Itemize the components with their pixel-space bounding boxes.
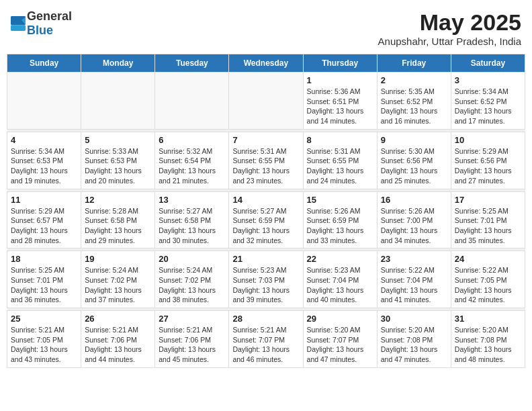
calendar-cell: 23Sunrise: 5:22 AM Sunset: 7:04 PM Dayli… <box>377 251 451 308</box>
weekday-header-thursday: Thursday <box>303 54 377 73</box>
day-info: Sunrise: 5:22 AM Sunset: 7:04 PM Dayligh… <box>381 265 447 305</box>
calendar-cell <box>155 73 229 130</box>
day-info: Sunrise: 5:34 AM Sunset: 6:52 PM Dayligh… <box>455 87 521 126</box>
logo: General Blue <box>11 9 72 38</box>
day-info: Sunrise: 5:22 AM Sunset: 7:05 PM Dayligh… <box>455 265 521 305</box>
day-info: Sunrise: 5:35 AM Sunset: 6:52 PM Dayligh… <box>381 87 447 126</box>
calendar-cell: 19Sunrise: 5:24 AM Sunset: 7:02 PM Dayli… <box>81 251 155 308</box>
calendar-cell: 18Sunrise: 5:25 AM Sunset: 7:01 PM Dayli… <box>7 251 81 308</box>
day-number: 23 <box>381 254 447 264</box>
day-info: Sunrise: 5:21 AM Sunset: 7:05 PM Dayligh… <box>11 325 77 365</box>
calendar-cell: 31Sunrise: 5:20 AM Sunset: 7:08 PM Dayli… <box>451 311 525 368</box>
day-info: Sunrise: 5:27 AM Sunset: 6:59 PM Dayligh… <box>232 206 299 246</box>
calendar-cell: 6Sunrise: 5:32 AM Sunset: 6:54 PM Daylig… <box>155 132 229 189</box>
calendar-cell <box>81 73 155 130</box>
day-number: 10 <box>455 135 521 145</box>
week-row-2: 4Sunrise: 5:34 AM Sunset: 6:53 PM Daylig… <box>7 132 525 189</box>
day-info: Sunrise: 5:26 AM Sunset: 6:59 PM Dayligh… <box>307 206 373 246</box>
day-number: 22 <box>307 254 373 264</box>
calendar-cell: 9Sunrise: 5:30 AM Sunset: 6:56 PM Daylig… <box>377 132 451 189</box>
day-info: Sunrise: 5:20 AM Sunset: 7:08 PM Dayligh… <box>455 325 521 365</box>
calendar-cell: 16Sunrise: 5:26 AM Sunset: 7:00 PM Dayli… <box>377 191 451 248</box>
weekday-header-wednesday: Wednesday <box>229 54 303 73</box>
calendar-cell: 7Sunrise: 5:31 AM Sunset: 6:55 PM Daylig… <box>229 132 303 189</box>
day-info: Sunrise: 5:33 AM Sunset: 6:53 PM Dayligh… <box>85 146 151 186</box>
week-row-4: 18Sunrise: 5:25 AM Sunset: 7:01 PM Dayli… <box>7 251 525 308</box>
weekday-header-row: SundayMondayTuesdayWednesdayThursdayFrid… <box>7 54 525 73</box>
location-subtitle: Anupshahr, Uttar Pradesh, India <box>378 36 521 47</box>
day-info: Sunrise: 5:27 AM Sunset: 6:58 PM Dayligh… <box>159 206 225 246</box>
weekday-header-friday: Friday <box>377 54 451 73</box>
day-info: Sunrise: 5:34 AM Sunset: 6:53 PM Dayligh… <box>11 146 77 186</box>
calendar-cell: 29Sunrise: 5:20 AM Sunset: 7:07 PM Dayli… <box>303 311 377 368</box>
day-number: 14 <box>232 195 299 205</box>
week-row-5: 25Sunrise: 5:21 AM Sunset: 7:05 PM Dayli… <box>7 311 525 368</box>
day-info: Sunrise: 5:21 AM Sunset: 7:06 PM Dayligh… <box>159 325 225 365</box>
calendar-cell: 14Sunrise: 5:27 AM Sunset: 6:59 PM Dayli… <box>229 191 303 248</box>
day-number: 19 <box>85 254 151 264</box>
title-block: May 2025 Anupshahr, Uttar Pradesh, India <box>378 9 521 47</box>
page-header: General Blue May 2025 Anupshahr, Uttar P… <box>7 7 525 50</box>
day-number: 7 <box>232 135 299 145</box>
calendar-cell: 21Sunrise: 5:23 AM Sunset: 7:03 PM Dayli… <box>229 251 303 308</box>
calendar-table: SundayMondayTuesdayWednesdayThursdayFrid… <box>7 54 525 368</box>
day-info: Sunrise: 5:25 AM Sunset: 7:01 PM Dayligh… <box>11 265 77 305</box>
calendar-cell: 11Sunrise: 5:29 AM Sunset: 6:57 PM Dayli… <box>7 191 81 248</box>
day-number: 29 <box>307 314 373 324</box>
calendar-cell: 27Sunrise: 5:21 AM Sunset: 7:06 PM Dayli… <box>155 311 229 368</box>
week-row-1: 1Sunrise: 5:36 AM Sunset: 6:51 PM Daylig… <box>7 73 525 130</box>
weekday-header-monday: Monday <box>81 54 155 73</box>
day-info: Sunrise: 5:28 AM Sunset: 6:58 PM Dayligh… <box>85 206 151 246</box>
day-number: 9 <box>381 135 447 145</box>
calendar-cell: 30Sunrise: 5:20 AM Sunset: 7:08 PM Dayli… <box>377 311 451 368</box>
day-number: 31 <box>455 314 521 324</box>
day-info: Sunrise: 5:23 AM Sunset: 7:04 PM Dayligh… <box>307 265 373 305</box>
day-info: Sunrise: 5:25 AM Sunset: 7:01 PM Dayligh… <box>455 206 521 246</box>
day-number: 27 <box>159 314 225 324</box>
day-info: Sunrise: 5:24 AM Sunset: 7:02 PM Dayligh… <box>159 265 225 305</box>
calendar-cell: 3Sunrise: 5:34 AM Sunset: 6:52 PM Daylig… <box>451 73 525 130</box>
calendar-cell: 28Sunrise: 5:21 AM Sunset: 7:07 PM Dayli… <box>229 311 303 368</box>
day-number: 21 <box>232 254 299 264</box>
calendar-cell: 8Sunrise: 5:31 AM Sunset: 6:55 PM Daylig… <box>303 132 377 189</box>
day-number: 12 <box>85 195 151 205</box>
calendar-cell: 25Sunrise: 5:21 AM Sunset: 7:05 PM Dayli… <box>7 311 81 368</box>
day-number: 18 <box>11 254 77 264</box>
day-info: Sunrise: 5:29 AM Sunset: 6:56 PM Dayligh… <box>455 146 521 186</box>
day-number: 17 <box>455 195 521 205</box>
day-info: Sunrise: 5:21 AM Sunset: 7:06 PM Dayligh… <box>85 325 151 365</box>
day-number: 8 <box>307 135 373 145</box>
day-number: 25 <box>11 314 77 324</box>
day-info: Sunrise: 5:20 AM Sunset: 7:07 PM Dayligh… <box>307 325 373 365</box>
day-number: 26 <box>85 314 151 324</box>
day-info: Sunrise: 5:32 AM Sunset: 6:54 PM Dayligh… <box>159 146 225 186</box>
day-number: 2 <box>381 75 447 85</box>
day-info: Sunrise: 5:31 AM Sunset: 6:55 PM Dayligh… <box>232 146 299 186</box>
svg-rect-2 <box>11 25 26 31</box>
day-number: 30 <box>381 314 447 324</box>
day-info: Sunrise: 5:20 AM Sunset: 7:08 PM Dayligh… <box>381 325 447 365</box>
calendar-cell: 2Sunrise: 5:35 AM Sunset: 6:52 PM Daylig… <box>377 73 451 130</box>
calendar-cell: 12Sunrise: 5:28 AM Sunset: 6:58 PM Dayli… <box>81 191 155 248</box>
calendar-cell: 4Sunrise: 5:34 AM Sunset: 6:53 PM Daylig… <box>7 132 81 189</box>
calendar-cell: 1Sunrise: 5:36 AM Sunset: 6:51 PM Daylig… <box>303 73 377 130</box>
calendar-cell: 13Sunrise: 5:27 AM Sunset: 6:58 PM Dayli… <box>155 191 229 248</box>
weekday-header-tuesday: Tuesday <box>155 54 229 73</box>
calendar-cell: 5Sunrise: 5:33 AM Sunset: 6:53 PM Daylig… <box>81 132 155 189</box>
day-number: 20 <box>159 254 225 264</box>
day-info: Sunrise: 5:36 AM Sunset: 6:51 PM Dayligh… <box>307 87 373 126</box>
calendar-cell <box>229 73 303 130</box>
day-info: Sunrise: 5:26 AM Sunset: 7:00 PM Dayligh… <box>381 206 447 246</box>
calendar-cell: 10Sunrise: 5:29 AM Sunset: 6:56 PM Dayli… <box>451 132 525 189</box>
weekday-header-sunday: Sunday <box>7 54 81 73</box>
calendar-cell: 24Sunrise: 5:22 AM Sunset: 7:05 PM Dayli… <box>451 251 525 308</box>
day-number: 24 <box>455 254 521 264</box>
calendar-cell: 20Sunrise: 5:24 AM Sunset: 7:02 PM Dayli… <box>155 251 229 308</box>
day-info: Sunrise: 5:29 AM Sunset: 6:57 PM Dayligh… <box>11 206 77 246</box>
day-number: 16 <box>381 195 447 205</box>
calendar-cell: 17Sunrise: 5:25 AM Sunset: 7:01 PM Dayli… <box>451 191 525 248</box>
logo-text: General Blue <box>27 9 72 38</box>
logo-icon <box>11 16 26 31</box>
calendar-cell <box>7 73 81 130</box>
day-number: 4 <box>11 135 77 145</box>
